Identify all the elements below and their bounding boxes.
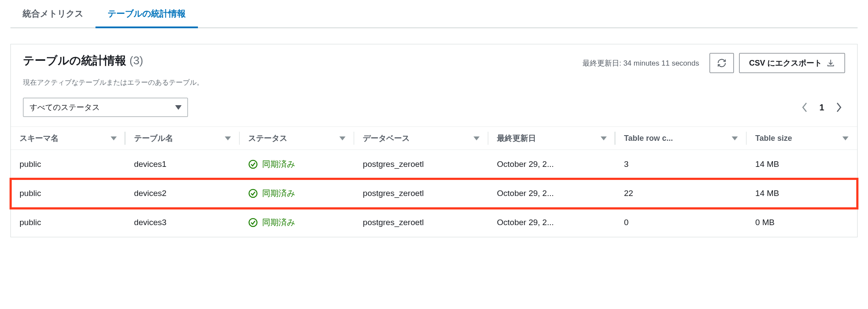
- sort-icon: [842, 136, 848, 140]
- col-status[interactable]: ステータス: [240, 127, 354, 150]
- last-updated-label: 最終更新日:: [582, 59, 621, 67]
- cell-rowcount: 22: [615, 179, 747, 208]
- chevron-right-icon: [835, 102, 842, 113]
- title-count: (3): [129, 54, 143, 67]
- table-stats-panel: テーブルの統計情報 (3) 最終更新日: 34 minutes 11 secon…: [10, 44, 858, 237]
- pagination: 1: [801, 102, 845, 113]
- panel-subtitle: 現在アクティブなテーブルまたはエラーのあるテーブル。: [11, 76, 857, 96]
- page-number: 1: [819, 103, 824, 113]
- col-size-label: Table size: [755, 134, 792, 143]
- cell-table: devices1: [125, 150, 240, 179]
- export-csv-button[interactable]: CSV にエクスポート: [739, 53, 845, 73]
- table-row[interactable]: public devices1 同期済み postgres_zeroetl Oc…: [11, 150, 857, 179]
- cell-updated: October 29, 2...: [488, 208, 615, 237]
- cell-status: 同期済み: [240, 150, 354, 179]
- sort-icon: [339, 136, 345, 140]
- last-updated: 最終更新日: 34 minutes 11 seconds: [582, 58, 699, 68]
- page-prev[interactable]: [801, 102, 808, 113]
- cell-rowcount: 0: [615, 208, 747, 237]
- last-updated-value: 34 minutes 11 seconds: [623, 59, 699, 67]
- tab-metrics[interactable]: 統合メトリクス: [10, 1, 95, 28]
- sort-icon: [225, 136, 231, 140]
- header-actions: 最終更新日: 34 minutes 11 seconds CSV にエクスポート: [582, 53, 845, 73]
- cell-schema: public: [11, 150, 125, 179]
- sort-icon: [473, 136, 480, 140]
- sort-icon: [732, 136, 738, 140]
- col-rowcount-label: Table row c...: [624, 134, 673, 143]
- refresh-button[interactable]: [710, 53, 734, 73]
- cell-database: postgres_zeroetl: [354, 150, 488, 179]
- filter-row: すべてのステータス 1: [11, 96, 857, 126]
- cell-size: 14 MB: [746, 179, 857, 208]
- cell-rowcount: 3: [615, 150, 747, 179]
- tab-bar: 統合メトリクス テーブルの統計情報: [10, 0, 858, 28]
- status-text: 同期済み: [262, 159, 295, 170]
- svg-point-1: [249, 160, 257, 168]
- panel-header: テーブルの統計情報 (3) 最終更新日: 34 minutes 11 secon…: [11, 44, 857, 76]
- col-updated-label: 最終更新日: [497, 133, 536, 143]
- sort-icon: [601, 136, 607, 140]
- svg-marker-0: [175, 105, 181, 110]
- col-updated[interactable]: 最終更新日: [488, 127, 615, 150]
- caret-down-icon: [175, 105, 181, 110]
- col-table[interactable]: テーブル名: [125, 127, 240, 150]
- col-database-label: データベース: [363, 133, 410, 143]
- col-database[interactable]: データベース: [354, 127, 488, 150]
- table-row[interactable]: public devices3 同期済み postgres_zeroetl Oc…: [11, 208, 857, 237]
- svg-point-2: [249, 189, 257, 197]
- check-circle-icon: [248, 189, 258, 198]
- export-label: CSV にエクスポート: [749, 58, 822, 68]
- panel-title: テーブルの統計情報 (3): [23, 53, 143, 73]
- status-filter-select[interactable]: すべてのステータス: [23, 98, 188, 117]
- sort-icon: [111, 136, 117, 140]
- col-schema-label: スキーマ名: [20, 133, 59, 143]
- col-table-label: テーブル名: [134, 133, 173, 143]
- check-circle-icon: [248, 159, 258, 169]
- title-text: テーブルの統計情報: [23, 54, 126, 67]
- tab-table-stats[interactable]: テーブルの統計情報: [95, 1, 198, 28]
- cell-database: postgres_zeroetl: [354, 179, 488, 208]
- stats-table: スキーマ名 テーブル名 ステータス データベース 最終更新日 Table row…: [11, 126, 857, 237]
- cell-size: 0 MB: [746, 208, 857, 237]
- cell-database: postgres_zeroetl: [354, 208, 488, 237]
- cell-updated: October 29, 2...: [488, 179, 615, 208]
- cell-table: devices3: [125, 208, 240, 237]
- page-next[interactable]: [835, 102, 842, 113]
- table-row-highlighted[interactable]: public devices2 同期済み postgres_zeroetl Oc…: [11, 179, 857, 208]
- status-text: 同期済み: [262, 188, 295, 199]
- cell-status: 同期済み: [240, 179, 354, 208]
- cell-status: 同期済み: [240, 208, 354, 237]
- cell-schema: public: [11, 179, 125, 208]
- refresh-icon: [717, 58, 727, 68]
- download-icon: [826, 59, 835, 67]
- check-circle-icon: [248, 218, 258, 227]
- chevron-left-icon: [801, 102, 808, 113]
- col-schema[interactable]: スキーマ名: [11, 127, 125, 150]
- col-status-label: ステータス: [248, 133, 287, 143]
- svg-point-3: [249, 219, 257, 226]
- cell-size: 14 MB: [746, 150, 857, 179]
- cell-updated: October 29, 2...: [488, 150, 615, 179]
- col-rowcount[interactable]: Table row c...: [615, 127, 747, 150]
- status-filter-value: すべてのステータス: [30, 102, 100, 113]
- cell-table: devices2: [125, 179, 240, 208]
- col-size[interactable]: Table size: [746, 127, 857, 150]
- cell-schema: public: [11, 208, 125, 237]
- status-text: 同期済み: [262, 217, 295, 228]
